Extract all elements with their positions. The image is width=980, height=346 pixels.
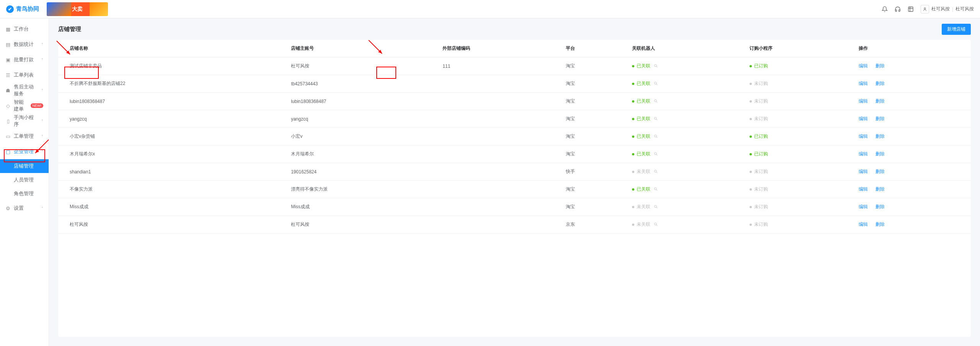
- robot-status-cell: 已关联⚲: [626, 57, 743, 75]
- attachment-icon[interactable]: ⚲: [653, 168, 659, 175]
- cell: 淘宝: [560, 93, 626, 110]
- add-store-button[interactable]: 新增店铺: [942, 24, 971, 35]
- edit-link[interactable]: 编辑: [859, 222, 868, 227]
- sidebar-item-售后主动服务[interactable]: ☗售后主动服务˅: [0, 83, 49, 98]
- attachment-icon[interactable]: ⚲: [653, 204, 659, 210]
- sidebar-item-label: 工单列表: [14, 72, 34, 78]
- mini-status-cell: 未订购: [743, 93, 853, 110]
- edit-link[interactable]: 编辑: [859, 116, 868, 121]
- chevron-icon: ˅: [41, 134, 43, 139]
- col-header: 操作: [853, 40, 971, 57]
- robot-status-cell: 未关联⚲: [626, 216, 743, 233]
- logo-icon: ✔: [6, 5, 14, 13]
- mobile-icon: ▯: [5, 118, 11, 124]
- table-row: 杜可风按杜可风按京东未关联⚲未订购编辑删除: [58, 216, 971, 233]
- attachment-icon[interactable]: ⚲: [653, 80, 659, 86]
- cell: 木月瑞希尔x: [58, 145, 285, 163]
- sidebar-item-企业管理[interactable]: ▢企业管理˄: [0, 144, 49, 159]
- cell: 淘宝: [560, 57, 626, 75]
- cell: 1901625824: [285, 163, 436, 181]
- promo-banner[interactable]: 大卖: [47, 2, 108, 16]
- sidebar-item-label: 企业管理: [14, 148, 34, 155]
- new-badge: NEW!: [31, 103, 44, 108]
- delete-link[interactable]: 删除: [875, 204, 885, 209]
- header-right: 杜可风按 | 杜可风按: [882, 5, 974, 13]
- svg-point-1: [924, 8, 926, 9]
- sidebar-item-label: 工作台: [14, 26, 29, 33]
- delete-link[interactable]: 删除: [875, 98, 885, 104]
- edit-link[interactable]: 编辑: [859, 169, 868, 174]
- delete-link[interactable]: 删除: [875, 116, 885, 121]
- attachment-icon[interactable]: ⚲: [653, 116, 659, 122]
- sidebar-item-label: 手淘小程序: [14, 114, 38, 128]
- stamp-icon: ▣: [5, 57, 11, 62]
- actions-cell: 编辑删除: [853, 198, 971, 216]
- attachment-icon[interactable]: ⚲: [653, 221, 659, 227]
- delete-link[interactable]: 删除: [875, 81, 885, 86]
- delete-link[interactable]: 删除: [875, 186, 885, 192]
- edit-link[interactable]: 编辑: [859, 134, 868, 139]
- sidebar-sub-人员管理[interactable]: 人员管理: [0, 173, 49, 187]
- edit-link[interactable]: 编辑: [859, 151, 868, 157]
- delete-link[interactable]: 删除: [875, 134, 885, 139]
- sidebar-item-工单列表[interactable]: ☰工单列表: [0, 67, 49, 83]
- edit-link[interactable]: 编辑: [859, 186, 868, 192]
- app-icon[interactable]: [908, 6, 914, 12]
- building-icon: ▢: [5, 149, 11, 154]
- edit-link[interactable]: 编辑: [859, 63, 868, 69]
- cell: 杜可风按: [285, 57, 436, 75]
- mini-status-cell: 已订购: [743, 57, 853, 75]
- app-header: ✔ 青鸟协同 大卖 杜可风按 | 杜可风按: [0, 0, 980, 18]
- table-row: 测试店铺非卖品杜可风按111淘宝已关联⚲已订购编辑删除: [58, 57, 971, 75]
- table-card: 店铺名称店铺主账号外部店铺编码平台关联机器人订购小程序操作 测试店铺非卖品杜可风…: [58, 40, 971, 337]
- mini-status-cell: 未订购: [743, 110, 853, 128]
- delete-link[interactable]: 删除: [875, 222, 885, 227]
- grid-icon: ▦: [5, 26, 11, 32]
- sidebar-item-智能建单[interactable]: ◇智能建单NEW!: [0, 98, 49, 113]
- delete-link[interactable]: 删除: [875, 151, 885, 157]
- attachment-icon[interactable]: ⚲: [653, 133, 659, 139]
- bars-icon: ▤: [5, 42, 11, 47]
- chevron-icon: ˄: [41, 150, 43, 154]
- svg-rect-0: [908, 7, 913, 11]
- sidebar-item-工单管理[interactable]: ▭工单管理˅: [0, 129, 49, 144]
- attachment-icon[interactable]: ⚲: [653, 186, 659, 192]
- store-table: 店铺名称店铺主账号外部店铺编码平台关联机器人订购小程序操作 测试店铺非卖品杜可风…: [58, 40, 971, 233]
- sidebar-item-设置[interactable]: ⚙设置˅: [0, 201, 49, 216]
- chevron-icon: ˅: [41, 119, 43, 123]
- edit-link[interactable]: 编辑: [859, 81, 868, 86]
- brand-logo[interactable]: ✔ 青鸟协同: [6, 5, 39, 13]
- actions-cell: 编辑删除: [853, 128, 971, 145]
- edit-link[interactable]: 编辑: [859, 98, 868, 104]
- sidebar-sub-店铺管理[interactable]: 店铺管理: [0, 159, 49, 173]
- attachment-icon[interactable]: ⚲: [653, 151, 659, 157]
- sidebar-item-批量打款[interactable]: ▣批量打款˅: [0, 52, 49, 67]
- col-header: 店铺名称: [58, 40, 285, 57]
- delete-link[interactable]: 删除: [875, 63, 885, 69]
- cell: 杜可风按: [285, 216, 436, 233]
- actions-cell: 编辑删除: [853, 181, 971, 198]
- cell: Miss成成: [58, 198, 285, 216]
- bell-icon[interactable]: [882, 6, 888, 12]
- col-header: 平台: [560, 40, 626, 57]
- table-row: 不折腾不舒服斯基的店铺22tb425734443淘宝已关联⚲未订购编辑删除: [58, 75, 971, 93]
- cell: [436, 198, 560, 216]
- sidebar-item-手淘小程序[interactable]: ▯手淘小程序˅: [0, 113, 49, 129]
- attachment-icon[interactable]: ⚲: [653, 63, 659, 69]
- sidebar-item-label: 售后主动服务: [14, 83, 38, 97]
- sidebar-item-工作台[interactable]: ▦工作台: [0, 21, 49, 37]
- headset-icon[interactable]: [895, 6, 901, 12]
- cell: 小宏v杂货铺: [58, 128, 285, 145]
- delete-link[interactable]: 删除: [875, 169, 885, 174]
- user-menu[interactable]: 杜可风按 | 杜可风按: [921, 5, 974, 13]
- robot-status-cell: 已关联⚲: [626, 181, 743, 198]
- table-row: Miss成成Miss成成淘宝未关联⚲未订购编辑删除: [58, 198, 971, 216]
- sidebar-item-数据统计[interactable]: ▤数据统计˅: [0, 37, 49, 52]
- mini-status-cell: 未订购: [743, 75, 853, 93]
- sidebar-sub-角色管理[interactable]: 角色管理: [0, 187, 49, 201]
- edit-link[interactable]: 编辑: [859, 204, 868, 209]
- sidebar-item-label: 智能建单: [14, 99, 26, 113]
- sidebar-item-label: 数据统计: [14, 41, 34, 48]
- attachment-icon[interactable]: ⚲: [653, 98, 659, 104]
- cell: shandian1: [58, 163, 285, 181]
